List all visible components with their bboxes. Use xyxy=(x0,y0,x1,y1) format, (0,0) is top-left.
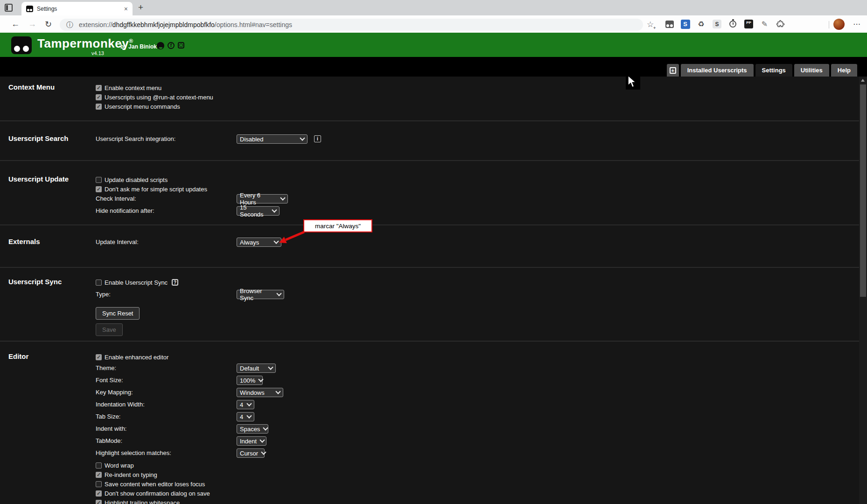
select-value: Default xyxy=(240,365,259,372)
theme-select[interactable]: Default xyxy=(237,364,276,373)
scrollbar-thumb[interactable] xyxy=(860,84,866,297)
page-info-icon[interactable]: ⓘ xyxy=(66,21,73,29)
sync-type-select[interactable]: Browser Sync xyxy=(237,290,284,299)
checkbox[interactable] xyxy=(96,481,102,487)
tampermonkey-header: Tampermonkey® v4.13 by Jan Biniok f xyxy=(0,33,867,57)
checkbox-dont-ask-simple-updates[interactable]: Don't ask me for simple script updates xyxy=(96,184,207,194)
checkbox[interactable] xyxy=(96,104,102,110)
checkbox-reindent-on-typing[interactable]: Re-indent on typing xyxy=(96,470,210,479)
checkbox-enable-userscript-sync[interactable]: Enable Userscript Sync ? xyxy=(96,278,178,287)
url-host: dhdgffkkebhmkfjojejmpbldmpobfkfo xyxy=(112,21,215,28)
save-button[interactable]: Save xyxy=(96,323,123,336)
checkbox-enable-enhanced-editor[interactable]: Enable enhanced editor xyxy=(96,352,210,362)
search-integration-select[interactable]: Disabled xyxy=(237,134,308,144)
checkbox-update-disabled-scripts[interactable]: Update disabled scripts xyxy=(96,175,207,184)
indentation-width-select[interactable]: 4 xyxy=(237,400,254,409)
checkbox[interactable] xyxy=(96,462,102,469)
checkbox-word-wrap[interactable]: Word wrap xyxy=(96,461,210,470)
blue-s-ext-icon[interactable]: S xyxy=(680,19,690,29)
scrollbar-up-arrow[interactable] xyxy=(861,79,865,82)
tab-help[interactable]: Help xyxy=(831,64,857,77)
favorite-star-icon[interactable]: ☆ xyxy=(647,20,654,29)
pp-ext-icon[interactable]: PP xyxy=(744,19,754,29)
checkbox-no-confirmation-on-save[interactable]: Don't show confirmation dialog on save xyxy=(96,489,210,498)
timer-ext-icon[interactable] xyxy=(728,19,738,29)
checkbox[interactable] xyxy=(96,280,102,286)
help-icon[interactable]: ? xyxy=(172,279,178,286)
instagram-icon[interactable] xyxy=(178,42,184,49)
app-version: v4.13 xyxy=(91,50,104,56)
indent-with-select[interactable]: Spaces xyxy=(237,424,268,434)
github-icon[interactable] xyxy=(157,42,164,49)
facebook-icon[interactable]: f xyxy=(168,42,175,49)
font-size-row: Font Size: 100% xyxy=(96,376,210,385)
tab-size-select[interactable]: 4 xyxy=(237,412,254,421)
add-script-tab[interactable]: + xyxy=(667,64,679,77)
profile-avatar[interactable] xyxy=(833,19,845,30)
select-value: Always xyxy=(240,239,259,246)
tabmode-row: TabMode: Indent xyxy=(96,436,210,446)
plus-icon: + xyxy=(670,67,676,74)
gray-s-ext-icon[interactable]: S xyxy=(712,19,722,29)
tab-settings[interactable]: Settings xyxy=(755,64,792,77)
checkbox[interactable] xyxy=(96,500,102,504)
checkbox-highlight-trailing-whitespace[interactable]: Highlight trailing whitespace xyxy=(96,498,210,504)
tampermonkey-ext-icon[interactable] xyxy=(664,19,674,29)
back-icon[interactable]: ← xyxy=(11,19,20,29)
brush-ext-icon[interactable]: ✎ xyxy=(760,19,769,29)
select-value: 100% xyxy=(240,377,255,384)
checkbox-runat-context-menu[interactable]: Userscripts using @run-at context-menu xyxy=(96,92,213,102)
section-divider xyxy=(0,224,859,225)
checkbox[interactable] xyxy=(96,85,102,91)
checkbox-enable-context-menu[interactable]: Enable context menu xyxy=(96,83,213,92)
chevron-down-icon xyxy=(246,401,252,406)
key-mapping-select[interactable]: Windows xyxy=(237,388,283,397)
forward-icon[interactable]: → xyxy=(28,19,36,29)
hide-notification-select[interactable]: 15 Seconds xyxy=(237,206,280,216)
checkbox-save-on-blur[interactable]: Save content when editor loses focus xyxy=(96,479,210,489)
tabmode-select[interactable]: Indent xyxy=(237,436,266,446)
reload-icon[interactable]: ↻ xyxy=(45,19,52,29)
key-mapping-row: Key Mapping: Windows xyxy=(96,388,210,397)
select-value: Spaces xyxy=(240,426,260,433)
highlight-selection-select[interactable]: Cursor xyxy=(237,448,265,458)
checkbox[interactable] xyxy=(96,177,102,183)
puzzle-extensions-icon[interactable] xyxy=(776,19,785,29)
options-nav-bar: + Installed Userscripts Settings Utiliti… xyxy=(0,57,867,77)
select-value: Windows xyxy=(240,389,265,396)
tab-actions-icon[interactable] xyxy=(5,4,13,12)
tampermonkey-favicon xyxy=(26,6,33,12)
checkbox[interactable] xyxy=(96,490,102,497)
new-tab-button[interactable]: + xyxy=(138,2,143,13)
select-value: Browser Sync xyxy=(240,287,273,301)
section-divider xyxy=(0,160,859,161)
checkbox[interactable] xyxy=(96,186,102,192)
nav-tabs: + Installed Userscripts Settings Utiliti… xyxy=(667,64,857,77)
checkbox[interactable] xyxy=(96,472,102,478)
chevron-down-icon xyxy=(261,449,266,455)
extension-icons: S ♻ S PP ✎ xyxy=(664,19,785,29)
browser-tab[interactable]: Settings × xyxy=(21,2,133,15)
chevron-down-icon xyxy=(263,425,268,430)
section-title: Userscript Search xyxy=(8,134,68,142)
tab-utilities[interactable]: Utilities xyxy=(794,64,829,77)
section-title: Userscript Sync xyxy=(8,278,62,286)
recycle-ext-icon[interactable]: ♻ xyxy=(696,19,706,29)
tab-installed-userscripts[interactable]: Installed Userscripts xyxy=(681,64,754,77)
search-integration-row: Userscript Search integration: Disabled … xyxy=(96,134,175,144)
info-icon[interactable]: i xyxy=(314,135,321,142)
check-interval-select[interactable]: Every 6 Hours xyxy=(237,194,288,203)
checkbox-userscript-menu-commands[interactable]: Userscript menu commands xyxy=(96,102,213,111)
font-size-select[interactable]: 100% xyxy=(237,376,263,385)
checkbox[interactable] xyxy=(96,94,102,100)
update-interval-select[interactable]: Always xyxy=(237,238,281,247)
chevron-down-icon xyxy=(280,195,285,200)
select-value: 15 Seconds xyxy=(240,204,269,218)
update-interval-row: Update Interval: Always xyxy=(96,238,139,247)
checkbox[interactable] xyxy=(96,354,102,360)
tab-close-icon[interactable]: × xyxy=(124,6,128,12)
address-bar[interactable]: ⓘ extension://dhdgffkkebhmkfjojejmpbldmp… xyxy=(60,19,643,31)
browser-menu-icon[interactable]: ⋯ xyxy=(853,20,861,28)
chevron-down-icon xyxy=(300,135,305,140)
sync-reset-button[interactable]: Sync Reset xyxy=(96,307,140,320)
